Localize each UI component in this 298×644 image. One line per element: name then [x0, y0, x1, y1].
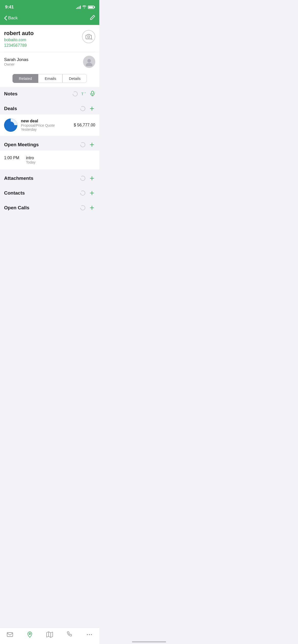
- meetings-add-button[interactable]: [89, 141, 95, 148]
- svg-point-15: [80, 142, 85, 147]
- contacts-section-header: Contacts: [0, 186, 99, 199]
- meetings-section-header: Open Meetings: [0, 138, 99, 151]
- deal-card[interactable]: new deal Proposal/Price Quote Yesterday …: [0, 114, 99, 136]
- svg-point-1: [87, 59, 91, 63]
- notes-mic-icon[interactable]: +: [90, 91, 95, 97]
- owner-row: Sarah Jonas Owner: [0, 52, 99, 71]
- attachments-section-header: Attachments: [0, 171, 99, 184]
- tab-emails[interactable]: Emails: [38, 74, 62, 83]
- deal-date: Yesterday: [21, 127, 70, 131]
- svg-text:+: +: [84, 91, 86, 94]
- owner-name: Sarah Jonas: [4, 57, 28, 62]
- deal-stage: Proposal/Price Quote: [21, 123, 70, 127]
- attachments-actions: [80, 175, 95, 182]
- svg-point-0: [88, 36, 90, 38]
- calls-section-header: Open Calls: [0, 201, 99, 214]
- contacts-actions: [80, 190, 95, 196]
- calls-spinner-icon: [80, 205, 86, 211]
- meeting-info: intro Today: [26, 156, 35, 164]
- meeting-name: intro: [26, 156, 35, 160]
- svg-point-21: [80, 191, 85, 195]
- owner-role: Owner: [4, 62, 28, 66]
- deals-actions: [80, 105, 95, 112]
- svg-point-24: [80, 206, 85, 210]
- attachments-add-button[interactable]: [89, 175, 95, 182]
- company-website[interactable]: bobaito.com: [4, 38, 95, 42]
- notes-title: Notes: [4, 91, 18, 97]
- edit-button[interactable]: [90, 15, 95, 21]
- meeting-card[interactable]: 1:00 PM intro Today: [0, 151, 99, 169]
- deals-title: Deals: [4, 106, 17, 111]
- calls-title: Open Calls: [4, 205, 29, 211]
- svg-point-2: [86, 63, 92, 66]
- svg-point-18: [80, 176, 85, 181]
- notes-spinner-icon: [72, 91, 78, 97]
- company-name: robert auto: [4, 30, 95, 37]
- header-section: robert auto bobaito.com 1234567789 +: [0, 25, 99, 52]
- deal-name: new deal: [21, 119, 70, 123]
- deals-section-header: Deals: [0, 102, 99, 114]
- content-area: Notes T + +: [0, 87, 99, 234]
- meetings-actions: [80, 141, 95, 148]
- svg-text:T: T: [81, 92, 84, 96]
- wifi-icon: [82, 5, 86, 9]
- status-bar: 9:41: [0, 0, 99, 13]
- attachments-title: Attachments: [4, 175, 33, 181]
- svg-point-14: [7, 122, 14, 129]
- status-time: 9:41: [5, 5, 14, 10]
- contacts-title: Contacts: [4, 190, 25, 196]
- tab-details[interactable]: Details: [62, 74, 87, 83]
- owner-info: Sarah Jonas Owner: [4, 57, 28, 66]
- svg-point-10: [80, 106, 85, 111]
- camera-button[interactable]: +: [82, 30, 95, 43]
- notes-section-header: Notes T + +: [0, 87, 99, 100]
- meetings-spinner-icon: [80, 142, 86, 148]
- signal-icon: [76, 6, 81, 9]
- nav-bar: Back: [0, 13, 99, 25]
- svg-point-3: [73, 92, 77, 96]
- avatar: [83, 56, 95, 68]
- company-phone[interactable]: 1234567789: [4, 43, 95, 48]
- contacts-spinner-icon: [80, 190, 86, 196]
- meeting-date: Today: [26, 160, 35, 164]
- calls-actions: [80, 204, 95, 211]
- deals-add-button[interactable]: [89, 105, 95, 112]
- deals-spinner-icon: [80, 106, 86, 111]
- calls-add-button[interactable]: [89, 204, 95, 211]
- battery-icon: [88, 6, 94, 9]
- back-button[interactable]: Back: [4, 16, 18, 21]
- attachments-spinner-icon: [80, 175, 86, 181]
- deal-amount: $ 56,777.00: [74, 123, 95, 127]
- tab-related[interactable]: Related: [12, 74, 38, 83]
- meetings-title: Open Meetings: [4, 142, 39, 148]
- svg-rect-6: [91, 91, 93, 94]
- status-icons: [76, 5, 94, 9]
- meeting-time: 1:00 PM: [4, 156, 22, 160]
- deal-icon: [4, 119, 17, 132]
- tab-bar: Related Emails Details: [0, 71, 99, 87]
- notes-actions: T + +: [72, 91, 95, 97]
- contacts-add-button[interactable]: [89, 190, 95, 196]
- notes-text-add-icon[interactable]: T +: [81, 91, 87, 97]
- svg-text:+: +: [94, 91, 95, 94]
- deal-info: new deal Proposal/Price Quote Yesterday: [21, 119, 70, 131]
